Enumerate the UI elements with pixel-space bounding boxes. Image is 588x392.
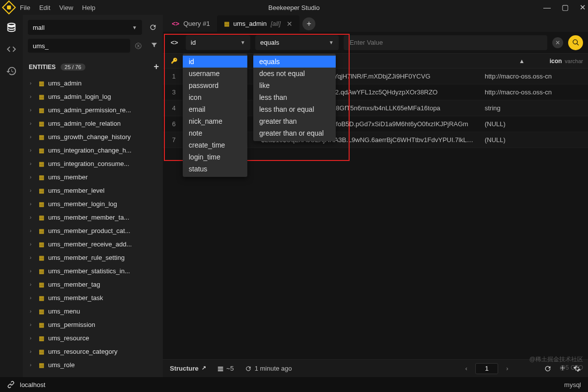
new-tab-button[interactable]: + bbox=[302, 17, 315, 30]
entity-item[interactable]: ›▦ums_admin bbox=[28, 77, 160, 89]
refresh-button[interactable] bbox=[146, 20, 160, 34]
filter-field-option[interactable]: password bbox=[183, 79, 247, 91]
tab-close-icon[interactable]: ✕ bbox=[287, 20, 293, 28]
entity-search-input[interactable] bbox=[28, 39, 130, 53]
filter-op-menu: equalsdoes not equallikeless thanless th… bbox=[253, 54, 336, 141]
menu-help[interactable]: Help bbox=[82, 4, 95, 11]
filter-field-value: id bbox=[191, 39, 196, 46]
tab-table[interactable]: ▦ ums_admin [all] ✕ bbox=[217, 15, 299, 32]
menu-bar: File Edit View Help bbox=[20, 4, 95, 11]
filter-op-option[interactable]: does not equal bbox=[253, 68, 336, 79]
chevron-right-icon: › bbox=[30, 309, 35, 314]
chevron-right-icon: › bbox=[30, 282, 35, 287]
rows-icon bbox=[217, 365, 224, 372]
table-icon: ▦ bbox=[39, 147, 44, 154]
entity-label: ums_resource bbox=[48, 334, 89, 342]
filter-op-option[interactable]: greater than or equal bbox=[253, 127, 336, 139]
entity-item[interactable]: ›▦ums_admin_permission_re... bbox=[28, 104, 160, 116]
filter-op-option[interactable]: less than or equal bbox=[253, 103, 336, 115]
filter-field-option[interactable]: create_time bbox=[183, 139, 247, 151]
filter-op-dropdown[interactable]: equals ▼ bbox=[255, 35, 339, 50]
last-refresh[interactable]: 1 minute ago bbox=[245, 365, 292, 372]
table-icon: ▦ bbox=[39, 281, 44, 288]
filter-field-option[interactable]: icon bbox=[183, 91, 247, 103]
table-icon: ▦ bbox=[39, 107, 44, 114]
table-icon: ▦ bbox=[39, 348, 44, 355]
page-prev[interactable]: ‹ bbox=[465, 365, 467, 372]
menu-edit[interactable]: Edit bbox=[39, 4, 50, 11]
entity-item[interactable]: ›▦ums_member_level bbox=[28, 184, 160, 197]
window-close[interactable]: ✕ bbox=[580, 3, 586, 12]
window-minimize[interactable]: — bbox=[543, 3, 551, 12]
app-logo bbox=[2, 0, 16, 14]
table-footer: Structure↗ ~5 1 minute ago ‹ › + bbox=[163, 359, 588, 377]
chevron-right-icon: › bbox=[30, 148, 35, 153]
filter-op-option[interactable]: greater than bbox=[253, 115, 336, 127]
filter-field-option[interactable]: id bbox=[183, 56, 247, 68]
tab-query[interactable]: <> Query #1 bbox=[165, 15, 217, 32]
database-icon[interactable] bbox=[6, 22, 17, 33]
entity-item[interactable]: ›▦ums_member_tag bbox=[28, 278, 160, 291]
filter-field-option[interactable]: note bbox=[183, 127, 247, 139]
table-icon: ▦ bbox=[39, 187, 44, 194]
history-icon[interactable] bbox=[6, 66, 17, 77]
entity-item[interactable]: ›▦ums_integration_consume... bbox=[28, 157, 160, 170]
filter-field-option[interactable]: status bbox=[183, 163, 247, 175]
filter-search-button[interactable] bbox=[568, 35, 583, 50]
filter-value-input[interactable] bbox=[344, 35, 547, 50]
chevron-right-icon: › bbox=[30, 241, 35, 247]
entity-label: ums_resource_category bbox=[48, 348, 117, 355]
clear-search-icon[interactable]: ⓧ bbox=[135, 42, 142, 51]
entity-item[interactable]: ›▦ums_member_receive_add... bbox=[28, 238, 160, 250]
add-entity-button[interactable]: + bbox=[153, 62, 159, 72]
entity-item[interactable]: ›▦ums_member bbox=[28, 171, 160, 183]
filter-op-option[interactable]: equals bbox=[253, 56, 336, 68]
entity-item[interactable]: ›▦ums_resource_category bbox=[28, 345, 160, 358]
entity-label: ums_admin_login_log bbox=[48, 93, 111, 100]
filter-field-option[interactable]: email bbox=[183, 103, 247, 115]
filter-icon[interactable] bbox=[148, 39, 160, 52]
entity-item[interactable]: ›▦ums_integration_change_h... bbox=[28, 144, 160, 157]
entity-item[interactable]: ›▦ums_member_rule_setting bbox=[28, 251, 160, 264]
entity-item[interactable]: ›▦ums_admin_login_log bbox=[28, 90, 160, 103]
menu-view[interactable]: View bbox=[59, 4, 73, 11]
chevron-right-icon: › bbox=[30, 335, 35, 341]
chevron-right-icon: › bbox=[30, 295, 35, 301]
entities-count-badge: 25 / 76 bbox=[61, 64, 85, 71]
window-maximize[interactable]: ▢ bbox=[562, 3, 569, 12]
entity-item[interactable]: ›▦ums_member_login_log bbox=[28, 198, 160, 210]
entity-item[interactable]: ›▦ums_admin_role_relation bbox=[28, 117, 160, 130]
filter-field-option[interactable]: nick_name bbox=[183, 115, 247, 127]
filter-field-dropdown[interactable]: id ▼ bbox=[186, 35, 250, 50]
entity-item[interactable]: ›▦ums_member_member_ta... bbox=[28, 211, 160, 224]
entity-item[interactable]: ›▦ums_resource bbox=[28, 332, 160, 344]
filter-field-option[interactable]: login_time bbox=[183, 151, 247, 163]
left-rail bbox=[0, 15, 23, 377]
entity-item[interactable]: ›▦ums_menu bbox=[28, 305, 160, 317]
sort-indicator[interactable]: ▲ bbox=[519, 58, 545, 65]
entity-item[interactable]: ›▦ums_member_product_cat... bbox=[28, 225, 160, 237]
entity-label: ums_role bbox=[48, 361, 74, 369]
entity-item[interactable]: ›▦ums_permission bbox=[28, 318, 160, 331]
chevron-right-icon: › bbox=[30, 349, 35, 354]
filter-op-option[interactable]: like bbox=[253, 79, 336, 91]
page-input[interactable] bbox=[475, 363, 498, 374]
menu-file[interactable]: File bbox=[20, 4, 30, 11]
code-icon[interactable] bbox=[6, 44, 17, 55]
entity-item[interactable]: ›▦ums_member_task bbox=[28, 292, 160, 304]
filter-field-option[interactable]: username bbox=[183, 68, 247, 79]
filter-code-icon[interactable]: <> bbox=[168, 39, 181, 46]
filter-op-option[interactable]: less than bbox=[253, 91, 336, 103]
database-selector[interactable]: mall ▼ bbox=[28, 20, 142, 35]
entity-item[interactable]: ›▦ums_growth_change_history bbox=[28, 131, 160, 143]
entity-item[interactable]: ›▦ums_role bbox=[28, 359, 160, 371]
status-engine: mysql bbox=[564, 381, 581, 389]
filter-clear-icon[interactable]: ✕ bbox=[552, 37, 563, 48]
entity-item[interactable]: ›▦ums_member_statistics_in... bbox=[28, 265, 160, 277]
table-icon: ▦ bbox=[224, 20, 229, 27]
filter-bar: <> id ▼ equals ▼ ✕ bbox=[163, 32, 588, 54]
page-next[interactable]: › bbox=[506, 365, 508, 372]
entity-label: ums_integration_change_h... bbox=[48, 147, 132, 154]
structure-button[interactable]: Structure↗ bbox=[170, 365, 206, 372]
column-icon-header[interactable]: icon varchar bbox=[545, 58, 588, 65]
